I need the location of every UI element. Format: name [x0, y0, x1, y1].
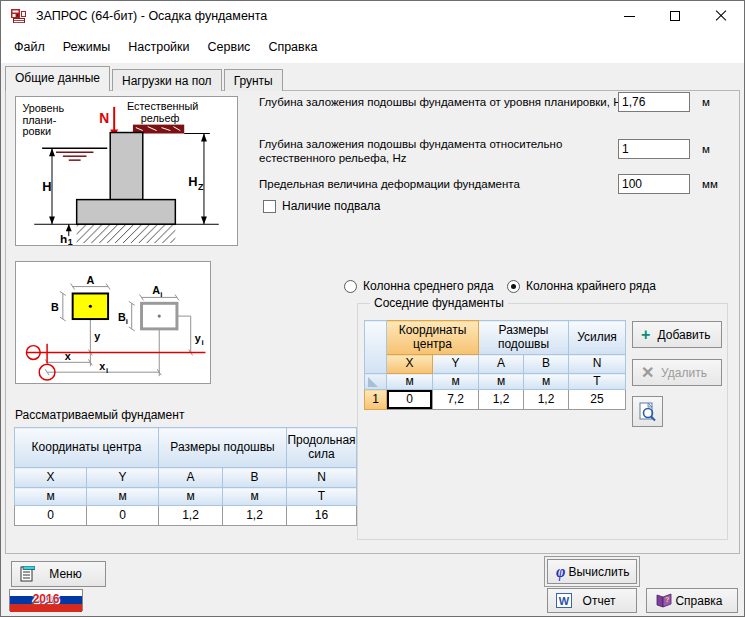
depth-planning-input[interactable]	[618, 92, 690, 112]
menu-list-icon	[20, 566, 35, 582]
unit-cell: м	[87, 488, 159, 506]
column-header-a[interactable]: A	[479, 355, 524, 374]
column-header-n[interactable]: N	[287, 468, 357, 488]
group-header-sizes[interactable]: Размеры подошвы	[159, 428, 287, 468]
svg-text:y: y	[195, 332, 201, 344]
unit-cell: м	[433, 374, 479, 390]
group-header-axial-force[interactable]: Продольная сила	[287, 428, 357, 468]
menu-item-help[interactable]: Справка	[259, 35, 326, 59]
menu-item-settings[interactable]: Настройки	[119, 35, 198, 59]
tab-soils[interactable]: Грунты	[224, 69, 283, 91]
group-header-coords[interactable]: Координаты центра	[15, 428, 159, 468]
maximize-button[interactable]	[652, 1, 698, 31]
add-button-label: Добавить	[657, 328, 710, 342]
column-header-x[interactable]: X	[387, 355, 433, 374]
corner-triangle-icon	[368, 377, 378, 387]
menu-item-file[interactable]: Файл	[5, 35, 54, 59]
table-row: 0 0 1,2 1,2 16	[15, 506, 357, 526]
table-row: 1 0 7,2 1,2 1,2 25	[365, 390, 626, 410]
unit-cell: м	[479, 374, 524, 390]
neighbor-foundations-groupbox: Соседние фундаменты Координаты центра Ра…	[357, 303, 728, 540]
deform-limit-input[interactable]	[618, 174, 690, 194]
unit-cell: м	[387, 374, 433, 390]
title-bar: ЗАПРОС (64-бит) - Осадка фундамента	[1, 1, 744, 31]
data-cell-a[interactable]: 1,2	[159, 506, 223, 526]
tab-general-data[interactable]: Общие данные	[5, 66, 110, 91]
svg-text:рельеф: рельеф	[141, 112, 180, 124]
group-header-sizes[interactable]: Размеры подошвы	[479, 321, 569, 355]
tab-floor-loads[interactable]: Нагрузки на пол	[112, 69, 222, 91]
group-header-coords[interactable]: Координаты центра	[387, 321, 479, 355]
group-header-forces[interactable]: Усилия	[569, 321, 626, 355]
help-button[interactable]: ? Справка	[646, 588, 738, 613]
foundation-section-diagram: Уровень плани- ровки Естественный рельеф…	[15, 96, 238, 246]
svg-text:y: y	[94, 330, 100, 342]
row-number-cell[interactable]: 1	[365, 390, 387, 410]
data-cell-n[interactable]: 16	[287, 506, 357, 526]
radio-middle-row-column[interactable]: Колонна среднего ряда	[344, 279, 494, 293]
neighbor-groupbox-title: Соседние фундаменты	[370, 296, 508, 310]
menu-button[interactable]: Меню	[11, 561, 106, 587]
column-header-a[interactable]: A	[159, 468, 223, 488]
column-header-x[interactable]: X	[15, 468, 87, 488]
checkbox-box-icon[interactable]	[263, 200, 276, 213]
radio-circle-icon[interactable]	[344, 280, 357, 293]
help-button-label: Справка	[675, 594, 722, 608]
add-button[interactable]: + Добавить	[632, 321, 722, 348]
unit-cell: м	[15, 488, 87, 506]
report-button-label: Отчет	[583, 594, 616, 608]
menu-item-modes[interactable]: Режимы	[54, 35, 120, 59]
svg-text:i: i	[106, 366, 108, 375]
preview-button[interactable]	[632, 396, 663, 427]
foundation-plan-diagram: A B A i B i y y i x x i	[15, 261, 211, 384]
column-header-n[interactable]: N	[569, 355, 626, 374]
data-cell-x[interactable]: 0	[15, 506, 87, 526]
calculate-button-label: Вычислить	[568, 565, 629, 579]
svg-text:i: i	[160, 290, 162, 299]
delete-x-icon: ✕	[641, 367, 654, 379]
depth-relief-label-line2: естественного рельефа, Hz	[259, 151, 407, 165]
svg-text:B: B	[118, 311, 126, 323]
data-cell-y[interactable]: 7,2	[433, 390, 479, 410]
column-header-y[interactable]: Y	[87, 468, 159, 488]
window-controls	[606, 1, 744, 31]
year-badge: 2016	[9, 589, 83, 611]
column-header-b[interactable]: B	[223, 468, 287, 488]
unit-cell: м	[159, 488, 223, 506]
data-cell-b[interactable]: 1,2	[524, 390, 569, 410]
close-button[interactable]	[698, 1, 744, 31]
calculate-button[interactable]: φ Вычислить	[547, 559, 637, 584]
svg-text:i: i	[126, 317, 128, 326]
plan-diagram-svg: A B A i B i y y i x x i	[16, 262, 210, 383]
maximize-icon	[670, 11, 680, 21]
data-cell-n[interactable]: 25	[569, 390, 626, 410]
depth-relief-input[interactable]	[618, 139, 690, 159]
radio-edge-row-column[interactable]: Колонна крайнего ряда	[507, 279, 656, 293]
neighbor-foundations-grid: Координаты центра Размеры подошвы Усилия…	[364, 320, 626, 410]
basement-checkbox[interactable]: Наличие подвала	[263, 199, 381, 213]
help-book-icon: ?	[655, 593, 673, 608]
svg-text:x: x	[65, 350, 71, 362]
radio-circle-icon[interactable]	[507, 280, 520, 293]
column-header-b[interactable]: B	[524, 355, 569, 374]
deform-limit-unit: мм	[702, 178, 718, 190]
column-header-y[interactable]: Y	[433, 355, 479, 374]
svg-text:плани-: плани-	[22, 114, 56, 126]
window-title: ЗАПРОС (64-бит) - Осадка фундамента	[36, 9, 267, 23]
minimize-button[interactable]	[606, 1, 652, 31]
grid-corner-header[interactable]	[365, 321, 387, 374]
menu-bar: Файл Режимы Настройки Сервис Справка	[1, 31, 744, 63]
tab-page-general: Уровень плани- ровки Естественный рельеф…	[5, 90, 740, 554]
report-button[interactable]: W Отчет	[547, 588, 637, 613]
delete-button[interactable]: ✕ Удалить	[632, 359, 722, 386]
menu-item-service[interactable]: Сервис	[199, 35, 260, 59]
grid-select-all-cell[interactable]	[365, 374, 387, 390]
delete-button-label: Удалить	[661, 366, 707, 380]
data-cell-x[interactable]: 0	[387, 390, 433, 410]
data-cell-b[interactable]: 1,2	[223, 506, 287, 526]
preview-magnifier-icon	[639, 402, 657, 422]
data-cell-y[interactable]: 0	[87, 506, 159, 526]
depth-planning-label: Глубина заложения подошвы фундамента от …	[259, 95, 621, 109]
svg-text:B: B	[51, 301, 59, 313]
data-cell-a[interactable]: 1,2	[479, 390, 524, 410]
